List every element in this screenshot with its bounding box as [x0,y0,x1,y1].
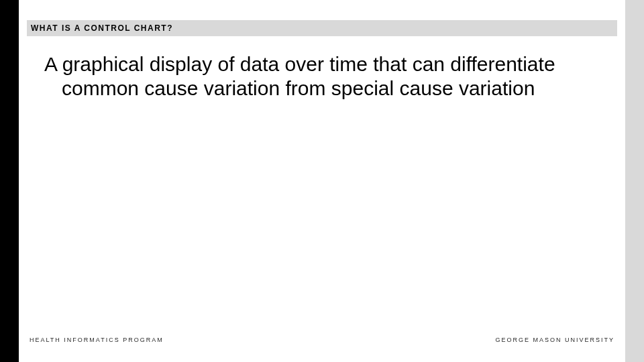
footer-right: GEORGE MASON UNIVERSITY [495,337,614,343]
slide-body-text: A graphical display of data over time th… [44,52,601,101]
slide-title-bar: WHAT IS A CONTROL CHART? [27,20,617,36]
footer-left: HEALTH INFORMATICS PROGRAM [30,337,164,343]
slide-title: WHAT IS A CONTROL CHART? [31,23,173,33]
slide: WHAT IS A CONTROL CHART? A graphical dis… [0,0,644,362]
right-accent-bar [625,0,644,362]
left-accent-bar [0,0,19,362]
